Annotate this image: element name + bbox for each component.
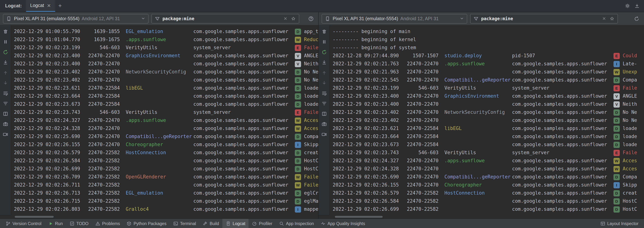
clear-icon[interactable] — [1, 27, 9, 36]
log-output[interactable]: 2022-12-29 01:00:55.7901639-1855EGL_emul… — [11, 25, 318, 215]
log-row[interactable]: 2022-12-29 02:02:26.57922470-22582HostCo… — [333, 189, 644, 197]
log-row[interactable]: 2022-12-29 02:02:26.71322470-22582EGL_em… — [14, 189, 318, 197]
horizontal-scrollbar[interactable] — [15, 216, 54, 218]
log-row[interactable]: 2022-12-29 02:02:25.69022470-22470Compat… — [333, 173, 644, 181]
log-row[interactable]: 2022-12-29 02:02:23.40022470-22470com.go… — [333, 100, 644, 108]
status-item-app-inspection[interactable]: App Inspection — [276, 219, 317, 228]
log-row[interactable]: 2022-12-29 02:02:26.80322470-22582Grallo… — [14, 205, 318, 213]
scroll-to-end-icon[interactable] — [320, 58, 328, 66]
log-row[interactable]: 2022-12-29 02:02:23.66422470-22584com.go… — [14, 92, 318, 100]
soft-wrap-icon[interactable] — [320, 89, 328, 97]
device-selector[interactable]: Pixel XL API 31 (emulator-5554) Android … — [3, 14, 148, 23]
next-occurrence-icon[interactable] — [320, 79, 328, 87]
log-row[interactable]: --------- beginning of kernel — [333, 36, 644, 44]
log-row[interactable]: 2022-12-29 02:02:23.199546-603VerityUtil… — [14, 44, 318, 52]
log-row[interactable]: 2022-12-29 02:02:26.15522470-22470Choreo… — [333, 181, 644, 189]
status-item-terminal[interactable]: Terminal — [170, 219, 200, 228]
log-output[interactable]: --------- beginning of main--------- beg… — [330, 25, 644, 215]
log-row[interactable]: 2022-12-29 02:02:26.57922470-22582HostCo… — [14, 149, 318, 157]
log-row[interactable]: 2022-12-29 02:02:23.743546-603VerityUtil… — [333, 149, 644, 157]
scroll-to-end-icon[interactable] — [1, 58, 9, 66]
status-item-build[interactable]: Build — [200, 219, 222, 228]
status-item-python-packages[interactable]: Python Packages — [123, 219, 170, 228]
tab-logcat[interactable]: Logcat ✕ — [26, 0, 55, 12]
help-icon[interactable] — [306, 14, 316, 23]
log-row[interactable]: 2022-12-29 02:02:25.69022470-22470Compat… — [14, 133, 318, 141]
pause-icon[interactable] — [1, 38, 9, 46]
split-panels-icon[interactable] — [1, 110, 9, 118]
split-panels-icon[interactable] — [320, 110, 328, 118]
log-row[interactable]: 2022-12-29 02:02:26.58422470-22582com.go… — [333, 197, 644, 205]
status-item-layout-inspector[interactable]: Layout Inspector — [597, 219, 642, 228]
log-row[interactable]: 2022-12-29 02:02:24.32722470-22470.apps.… — [333, 157, 644, 165]
screenshot-icon[interactable] — [1, 120, 9, 128]
log-row[interactable]: 2022-12-29 02:02:23.40022470-22470Graphi… — [333, 92, 644, 100]
pause-icon[interactable] — [320, 38, 328, 46]
status-item-logcat[interactable]: Logcat — [222, 219, 249, 228]
log-row[interactable]: 2022-12-29 02:02:26.58422470-22582com.go… — [14, 157, 318, 165]
status-item-version-control[interactable]: Version Control — [2, 219, 45, 228]
add-tab-button[interactable]: + — [55, 2, 65, 9]
collapse-icon[interactable] — [320, 99, 328, 108]
filter-input[interactable]: package:mine — [470, 14, 618, 23]
favorite-filter-icon[interactable] — [609, 16, 615, 21]
screenshot-icon[interactable] — [320, 120, 328, 128]
previous-occurrence-icon[interactable] — [1, 69, 9, 77]
log-row[interactable]: 2022-12-29 02:02:23.40222470-22470com.go… — [14, 76, 318, 84]
log-row[interactable]: 2022-12-29 02:02:23.40022470-22470com.go… — [14, 60, 318, 68]
clear-icon[interactable] — [320, 27, 328, 36]
log-row[interactable]: 2022-12-29 02:02:23.62122470-22584libEGL… — [14, 84, 318, 92]
settings-gear-icon[interactable] — [624, 2, 632, 10]
log-row[interactable]: 2022-12-29 01:00:55.7901639-1855EGL_emul… — [14, 27, 318, 36]
log-row[interactable]: 2022-12-29 02:02:26.71122470-22582com.go… — [14, 181, 318, 189]
log-row[interactable]: 2022-12-29 02:02:23.199546-603VerityUtil… — [333, 84, 644, 92]
log-row[interactable]: 2022-12-29 02:02:26.69922470-22582com.go… — [14, 165, 318, 173]
close-tab-icon[interactable]: ✕ — [47, 3, 51, 8]
log-tag: VerityUtils — [444, 84, 512, 92]
log-row[interactable]: 2022-12-29 02:02:23.62122470-22584libEGL… — [333, 124, 644, 133]
log-row[interactable]: 2022-12-29 02:02:23.40222470-22470com.go… — [333, 116, 644, 124]
next-occurrence-icon[interactable] — [1, 79, 9, 87]
log-row[interactable]: 2022-12-29 02:02:26.15522470-22470Choreo… — [14, 141, 318, 149]
filter-input[interactable]: package:mine — [152, 14, 299, 23]
log-row[interactable]: 2022-12-29 02:02:24.32722470-22470.apps.… — [14, 116, 318, 124]
collapse-icon[interactable] — [1, 99, 9, 108]
screen-record-icon[interactable] — [320, 130, 328, 138]
log-row[interactable]: 2022-12-29 02:02:23.40022470-22470Graphi… — [14, 52, 318, 60]
log-row[interactable]: 2022-12-29 02:02:23.40222470-22470Networ… — [14, 68, 318, 76]
log-row[interactable]: 2022-12-29 02:02:23.40222470-22470Networ… — [333, 108, 644, 116]
log-row[interactable]: 2022-12-29 02:02:22.54522470-22470Compat… — [333, 76, 644, 84]
status-item-app-quality-insights[interactable]: App Quality Insights — [317, 219, 368, 228]
clear-filter-icon[interactable] — [601, 16, 607, 21]
log-row[interactable]: 2022-12-29 02:02:26.71522470-22582com.go… — [14, 197, 318, 205]
log-row[interactable]: 2022-12-29 02:02:23.67322470-22584com.go… — [14, 100, 318, 108]
log-row[interactable]: 2022-12-29 02:02:24.32822470-22470com.go… — [14, 124, 318, 133]
log-row[interactable]: 2022-12-29 02:02:23.67322470-22584com.go… — [333, 141, 644, 149]
previous-occurrence-icon[interactable] — [320, 69, 328, 77]
log-row[interactable]: 2022-12-29 01:01:04.7701639-1675.apps.su… — [14, 36, 318, 44]
log-row[interactable]: 2022-12-28 09:27:44.8901507-1507studio.d… — [333, 52, 644, 60]
status-item-problems[interactable]: Problems — [92, 219, 123, 228]
log-row[interactable]: 2022-12-29 02:02:21.96322470-22470com.go… — [333, 68, 644, 76]
log-row[interactable]: 2022-12-29 02:02:23.66422470-22584com.go… — [333, 133, 644, 141]
log-row[interactable]: 2022-12-29 02:02:26.69922470-22582com.go… — [333, 205, 644, 213]
horizontal-scrollbar[interactable] — [335, 216, 383, 218]
restart-logcat-icon[interactable] — [632, 14, 641, 23]
soft-wrap-icon[interactable] — [1, 89, 9, 97]
log-row[interactable]: 2022-12-29 02:02:26.70922470-22582OpenGL… — [14, 173, 318, 181]
log-row[interactable]: 2022-12-29 02:02:23.743546-603VerityUtil… — [14, 108, 318, 116]
device-selector[interactable]: Pixel XL API 31 (emulator-5554) Android … — [322, 14, 467, 23]
hide-tool-window-icon[interactable] — [633, 2, 641, 10]
log-row[interactable]: 2022-12-29 02:02:21.76322470-22470.apps.… — [333, 60, 644, 68]
restart-icon[interactable] — [320, 48, 328, 56]
log-row[interactable]: --------- beginning of main — [333, 27, 644, 36]
status-item-run[interactable]: Run — [45, 219, 66, 228]
status-item-profiler[interactable]: Profiler — [249, 219, 276, 228]
screen-record-icon[interactable] — [1, 130, 9, 138]
status-item-todo[interactable]: TODO — [66, 219, 92, 228]
log-row[interactable]: 2022-12-29 02:02:24.32822470-22470com.go… — [333, 165, 644, 173]
log-row[interactable]: --------- beginning of system — [333, 44, 644, 52]
restart-icon[interactable] — [1, 48, 9, 56]
clear-filter-icon[interactable] — [282, 16, 288, 21]
favorite-filter-icon[interactable] — [290, 16, 296, 21]
